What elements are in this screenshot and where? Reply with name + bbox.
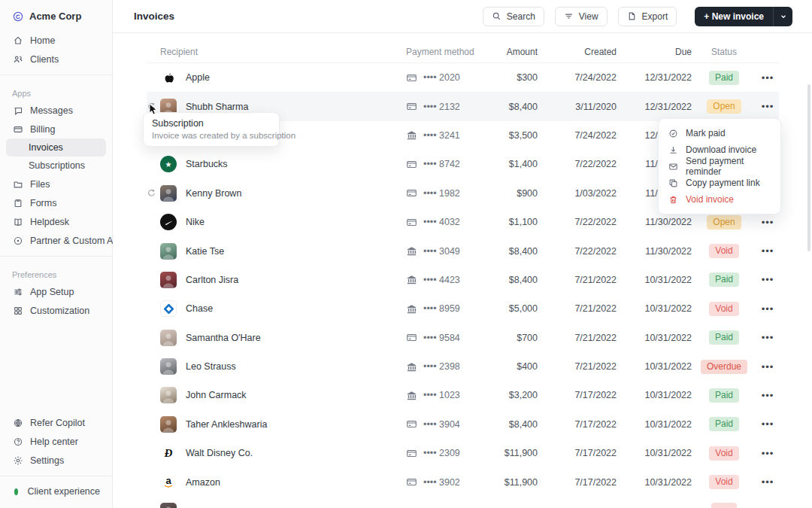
amount-cell: $700 [485, 333, 538, 343]
row-menu-button[interactable]: ••• [759, 504, 777, 508]
created-cell: 7/22/2022 [538, 159, 617, 169]
row-menu-button[interactable]: ••• [759, 272, 777, 287]
menu-item-send-payment-reminder[interactable]: Send payment reminder [659, 158, 780, 175]
row-menu-button[interactable]: ••• [759, 99, 777, 114]
status-badge: Paid [709, 330, 739, 345]
sidebar-item-settings[interactable]: Settings [6, 451, 106, 470]
invoice-row[interactable]: Ð Walt Disney Co. •••• 2309 $11,900 7/17… [147, 439, 779, 467]
scrollbar-thumb[interactable] [807, 84, 810, 251]
sidebar-divider [0, 256, 112, 257]
column-header-status[interactable]: Status [692, 47, 756, 57]
amount-cell: $3,200 [485, 390, 538, 400]
sidebar-item-partner-custom-apps[interactable]: Partner & Custom Apps [6, 231, 106, 250]
sidebar-item-subscriptions[interactable]: Subscriptions [6, 157, 106, 175]
sidebar-item-forms[interactable]: Forms [6, 193, 106, 212]
invoice-row[interactable]: Katie Tse •••• 3049 $8,400 7/22/2022 11/… [147, 236, 779, 265]
sidebar-item-invoices[interactable]: Invoices [6, 138, 106, 157]
sidebar-item-customization[interactable]: Customization [6, 301, 106, 320]
status-cell: Void [692, 244, 756, 258]
due-cell: 10/31/2022 [617, 333, 692, 343]
invoice-row[interactable]: Leo Strauss •••• 2398 $400 7/21/2022 10/… [147, 352, 779, 381]
status-badge: Open [707, 99, 741, 114]
sidebar-item-app-setup[interactable]: App Setup [6, 282, 106, 301]
invoice-row[interactable]: Chase •••• 8959 $5,000 7/21/2022 10/31/2… [147, 294, 779, 323]
recipient-name: Leo Strauss [186, 361, 236, 372]
sidebar-divider [0, 75, 112, 75]
row-menu-button[interactable]: ••• [759, 388, 777, 403]
column-header-amount[interactable]: Amount [485, 47, 538, 57]
row-menu-button[interactable]: ••• [759, 417, 777, 431]
sidebar-item-helpdesk[interactable]: Helpdesk [6, 212, 106, 231]
view-button[interactable]: View [555, 7, 607, 26]
trash-icon [668, 195, 678, 205]
status-badge: Paid [709, 272, 739, 287]
invoice-row[interactable]: Carlton Jisra •••• 4423 $8,400 7/21/2022… [147, 266, 779, 294]
status-cell [692, 503, 756, 508]
chat-icon [12, 105, 23, 116]
payment-method-cell: •••• 4032 [406, 217, 485, 228]
invoice-row[interactable]: Samantha O'Hare •••• 9584 $700 7/21/2022… [147, 324, 779, 352]
sidebar-item-label: Help center [30, 437, 78, 447]
invoice-row[interactable]: John Carmack •••• 1023 $3,200 7/17/2022 … [147, 381, 779, 409]
amount-cell: $11,900 [485, 477, 538, 488]
due-cell: 11/30/2022 [617, 217, 692, 227]
recipient-avatar [160, 214, 177, 230]
recipient-cell: ★ Starbucks [147, 156, 406, 172]
menu-item-mark-paid[interactable]: Mark paid [659, 125, 780, 141]
sidebar-item-clients[interactable]: Clients [6, 50, 106, 68]
due-cell: 10/31/2022 [617, 477, 692, 488]
bank-icon [406, 129, 417, 141]
menu-item-copy-payment-link[interactable]: Copy payment link [659, 175, 780, 191]
amount-cell: $3,500 [485, 130, 538, 141]
row-menu-button[interactable]: ••• [759, 71, 777, 85]
payment-method-cell: •••• 3241 [406, 129, 485, 141]
sidebar-item-home[interactable]: Home [6, 31, 106, 50]
new-invoice-dropdown-button[interactable] [773, 7, 792, 26]
created-cell: 1/03/2022 [538, 188, 617, 199]
recipient-cell: Taher Ankleshwaria [147, 416, 406, 433]
due-cell: 10/31/2022 [617, 390, 692, 400]
column-header-created[interactable]: Created [538, 47, 617, 57]
invoice-row[interactable]: a Amazon •••• 3902 $11,900 7/17/2022 10/… [147, 467, 779, 496]
row-menu-button[interactable]: ••• [759, 244, 777, 258]
sidebar-item-help-center[interactable]: Help center [6, 432, 106, 451]
row-menu-button[interactable]: ••• [759, 360, 777, 374]
recipient-avatar [160, 416, 177, 433]
bank-icon [406, 274, 417, 285]
row-menu-button[interactable]: ••• [759, 475, 777, 489]
row-menu-button[interactable]: ••• [759, 330, 777, 345]
invoice-row[interactable]: Apple •••• 2020 $300 7/24/2022 12/31/202… [147, 63, 779, 92]
recipient-cell: a Amazon [147, 474, 406, 491]
menu-item-void-invoice[interactable]: Void invoice [659, 191, 780, 208]
amount-cell: $8,400 [485, 419, 538, 430]
payment-last4: •••• 2309 [423, 448, 460, 458]
column-header-payment[interactable]: Payment method [406, 47, 485, 57]
status-cell: Overdue [692, 360, 756, 374]
payment-method-cell: •••• 1982 [406, 187, 485, 199]
sidebar-item-messages[interactable]: Messages [6, 101, 106, 120]
workspace-switcher[interactable]: Acme Corp [0, 0, 112, 31]
column-header-recipient[interactable]: Recipient [147, 47, 406, 57]
status-cell: Paid [692, 388, 756, 403]
recipient-cell [147, 503, 406, 508]
row-menu-button[interactable]: ••• [759, 215, 777, 230]
sidebar-item-billing[interactable]: Billing [6, 120, 106, 138]
column-header-due[interactable]: Due [617, 47, 692, 57]
row-menu-button[interactable]: ••• [759, 302, 777, 316]
users-icon [12, 53, 23, 65]
payment-last4: •••• 3241 [423, 130, 460, 141]
recipient-name: Samantha O'Hare [186, 333, 261, 343]
status-cell: Open [692, 99, 756, 114]
export-button[interactable]: Export [618, 7, 677, 26]
sidebar-item-files[interactable]: Files [6, 175, 106, 193]
invoice-row[interactable]: Taher Ankleshwaria •••• 3904 $8,400 7/17… [147, 410, 779, 439]
sidebar-item-refer-copilot[interactable]: Refer Copilot [6, 413, 106, 432]
invoice-row[interactable]: ••• [147, 497, 779, 508]
recipient-name: Apple [186, 72, 210, 83]
row-menu-button[interactable]: ••• [759, 446, 777, 461]
recipient-avatar [160, 503, 177, 508]
search-button[interactable]: Search [483, 7, 544, 26]
new-invoice-button[interactable]: + New invoice [695, 7, 773, 26]
status-cell: Paid [692, 330, 756, 345]
sidebar-item-client-experience[interactable]: Client experience [6, 482, 106, 500]
